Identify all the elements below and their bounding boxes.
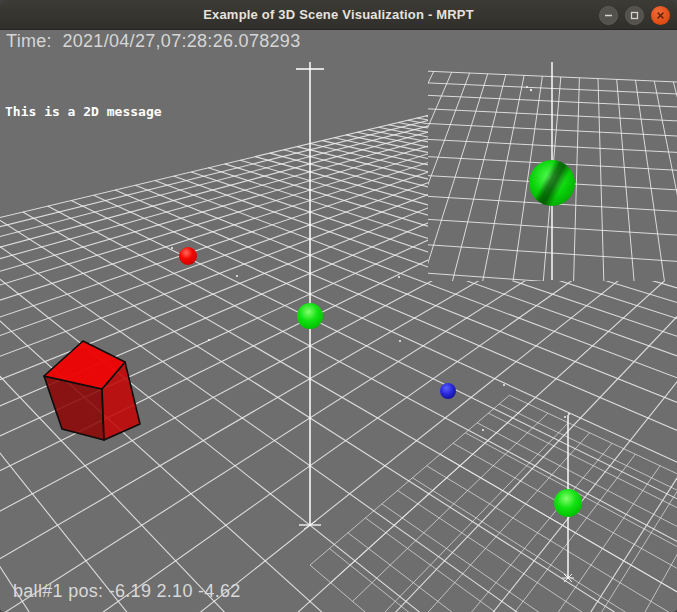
center-green-ball	[297, 303, 323, 329]
maximize-icon	[628, 9, 641, 22]
close-button[interactable]	[651, 6, 670, 25]
right-green-ball	[554, 489, 582, 517]
inset-viewport[interactable]	[428, 58, 677, 281]
main-viewport[interactable]: Time: 2021/04/27,07:28:26.078293 This is…	[0, 30, 677, 612]
window-titlebar[interactable]: Example of 3D Scene Visualization - MRPT	[0, 0, 677, 30]
minimize-button[interactable]	[599, 6, 618, 25]
window-controls	[599, 0, 670, 30]
close-icon	[654, 9, 667, 22]
inset-green-sphere	[529, 160, 575, 206]
hud-2d-message: This is a 2D message	[5, 104, 162, 119]
minimize-icon	[602, 9, 615, 22]
window-title: Example of 3D Scene Visualization - MRPT	[203, 7, 474, 22]
red-ball	[179, 247, 197, 265]
mrpt-window: Example of 3D Scene Visualization - MRPT	[0, 0, 677, 612]
maximize-button[interactable]	[625, 6, 644, 25]
hud-time-text: Time: 2021/04/27,07:28:26.078293	[6, 31, 300, 52]
blue-ball	[440, 383, 456, 399]
hud-ball-status: ball#1 pos: -6.19 2.10 -4.62	[13, 581, 241, 602]
